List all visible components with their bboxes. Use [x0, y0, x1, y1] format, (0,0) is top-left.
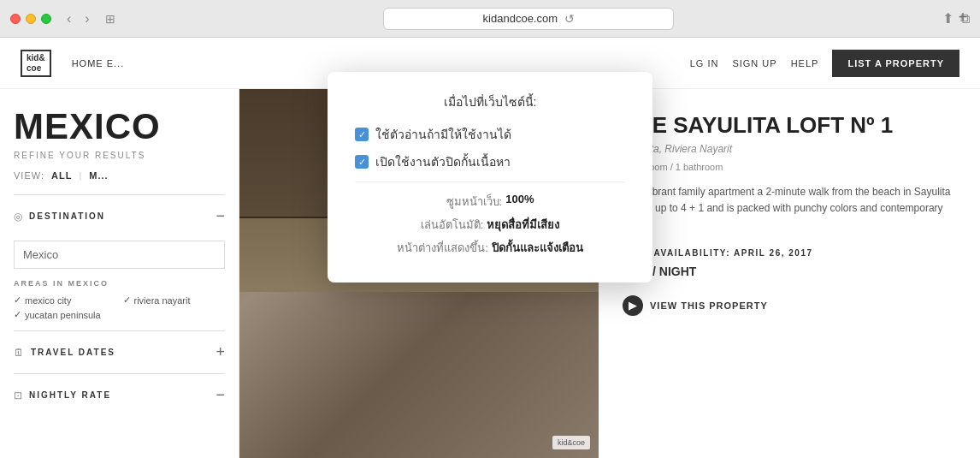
url-bar[interactable]: kidandcoe.com ↺	[383, 8, 674, 30]
nav-buttons: ‹ ›	[62, 9, 95, 28]
popup-checkbox-2[interactable]	[355, 155, 369, 169]
fullscreen-button[interactable]	[41, 14, 51, 24]
forward-button[interactable]: ›	[80, 9, 94, 28]
popup-autoplay-value: หยุดสื่อที่มีเสียง	[487, 216, 559, 234]
url-text: kidandcoe.com	[483, 12, 558, 25]
popup-dialog: เมื่อไปที่เว็บไซต์นี้: ใช้ตัวอ่านถ้ามีให…	[328, 72, 652, 283]
popup-zoom-label: ซูมหน้าเว็บ:	[446, 193, 503, 211]
popup-divider	[355, 181, 625, 182]
popup-popup-label: หน้าต่างที่แสดงขึ้น:	[397, 239, 488, 257]
traffic-lights	[10, 14, 51, 24]
back-button[interactable]: ‹	[62, 9, 76, 28]
popup-overlay: เมื่อไปที่เว็บไซต์นี้: ใช้ตัวอ่านถ้ามีให…	[0, 38, 980, 458]
popup-checkbox-1[interactable]	[355, 128, 369, 141]
popup-title: เมื่อไปที่เว็บไซต์นี้:	[355, 92, 625, 111]
popup-info: ซูมหน้าเว็บ: 100% เล่นอัตโนมัติ: หยุดสื่…	[355, 193, 625, 257]
new-tab-button[interactable]: +	[953, 7, 973, 27]
popup-item-1: ใช้ตัวอ่านถ้ามีให้ใช้งานได้	[355, 125, 625, 144]
popup-info-row-3: หน้าต่างที่แสดงขึ้น: ปิดกั้นและแจ้งเตือน	[355, 239, 625, 257]
popup-item-text-2: เปิดใช้งานตัวปิดกั้นเนื้อหา	[375, 152, 511, 171]
close-button[interactable]	[10, 14, 21, 24]
popup-item-text-1: ใช้ตัวอ่านถ้ามีให้ใช้งานได้	[375, 125, 511, 144]
reload-button[interactable]: ↺	[564, 12, 575, 26]
browser-chrome: ‹ › ⊞ kidandcoe.com ↺ ⬆ ⧉ +	[0, 0, 980, 38]
popup-autoplay-label: เล่นอัตโนมัติ:	[421, 216, 484, 234]
popup-popup-value: ปิดกั้นและแจ้งเตือน	[492, 239, 583, 257]
popup-zoom-value: 100%	[505, 193, 534, 211]
website: kid& coe HOME E... LG IN SIGN UP HELP LI…	[0, 38, 980, 458]
popup-info-row-2: เล่นอัตโนมัติ: หยุดสื่อที่มีเสียง	[355, 216, 625, 234]
popup-item-2: เปิดใช้งานตัวปิดกั้นเนื้อหา	[355, 152, 625, 171]
minimize-button[interactable]	[26, 14, 36, 24]
popup-info-row-1: ซูมหน้าเว็บ: 100%	[355, 193, 625, 211]
sidebar-toggle-button[interactable]: ⊞	[102, 9, 119, 29]
